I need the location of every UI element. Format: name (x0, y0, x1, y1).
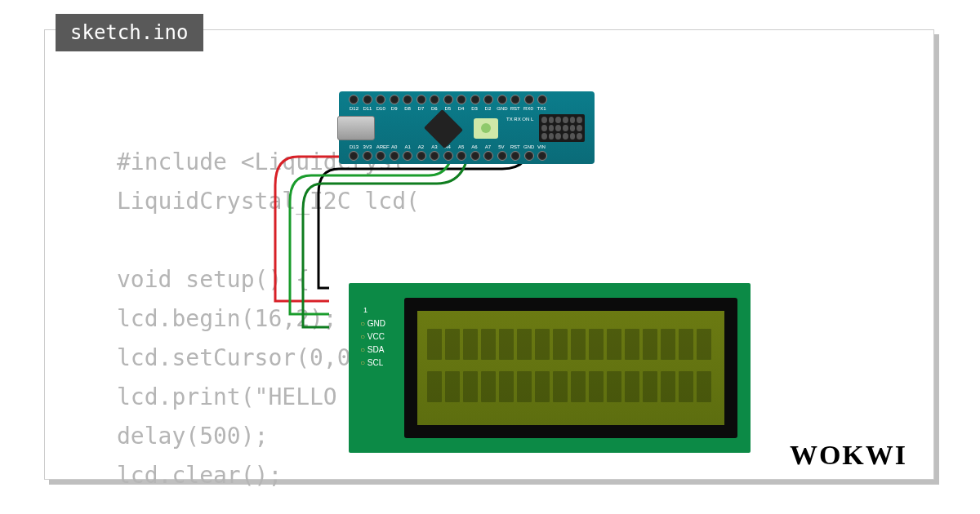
pin-d10[interactable] (376, 95, 385, 104)
pin-a3[interactable] (430, 151, 439, 161)
pin-rx0[interactable] (524, 95, 534, 104)
arduino-nano[interactable]: D12D11D10D9D8D7D6D5D4D3D2GNDRSTRX0TX1 D1… (339, 91, 595, 164)
pin-label: A6 (470, 144, 479, 149)
pin-gnd[interactable] (497, 95, 507, 104)
lcd-pin-labels: GND VCC SDA SCL (360, 317, 385, 370)
lcd-cell (643, 329, 657, 360)
pin-a5[interactable] (457, 151, 466, 161)
pin-label: A3 (430, 144, 439, 149)
pin-label: 3V3 (363, 144, 372, 149)
pin-d2[interactable] (483, 95, 493, 104)
pin-a2[interactable] (416, 151, 426, 161)
pin-label: D12 (350, 106, 359, 111)
lcd-pin-gnd[interactable]: GND (360, 317, 385, 330)
code-line: lcd.clear(); (117, 462, 282, 489)
pin-label: 5V (497, 144, 506, 149)
lcd-cell (463, 329, 478, 360)
lcd-cell (445, 329, 460, 360)
pin-a0[interactable] (390, 151, 399, 161)
lcd-16x2-i2c[interactable]: 1 GND VCC SDA SCL (349, 283, 751, 453)
lcd-pin-sda[interactable]: SDA (360, 343, 385, 357)
lcd-pin-vcc[interactable]: VCC (360, 330, 385, 343)
pin-3v3[interactable] (363, 151, 372, 161)
pin-tx1[interactable] (537, 95, 547, 104)
lcd-cell (571, 329, 586, 360)
lcd-cell (553, 371, 568, 402)
pin-a6[interactable] (470, 151, 480, 161)
project-card: #include <LiquidCryst LiquidCrystal_I2C … (44, 29, 934, 480)
lcd-row-1 (427, 371, 715, 402)
lcd-cell (481, 371, 496, 402)
pin-d6[interactable] (430, 95, 439, 104)
pin-label: A0 (390, 144, 399, 149)
pin-row-top (349, 95, 547, 104)
code-line: lcd.begin(16,2); (117, 305, 337, 332)
board-side-labels: TX RX ON L (506, 116, 533, 122)
pin-aref[interactable] (376, 151, 385, 161)
pin-d5[interactable] (443, 95, 453, 104)
pin-label: RST (510, 144, 519, 149)
lcd-cell (625, 371, 639, 402)
pin-5v[interactable] (497, 151, 507, 161)
pin-d13[interactable] (349, 151, 359, 161)
code-line: void setup() { (117, 266, 310, 293)
lcd-cell (697, 329, 711, 360)
code-line: lcd.setCursor(0,0); (117, 344, 378, 371)
pin-d8[interactable] (403, 95, 412, 104)
pin-label: RX0 (523, 106, 532, 111)
pin-label: D6 (430, 106, 439, 111)
pin-label: RST (510, 106, 519, 111)
pin-label: VIN (537, 144, 546, 149)
pin-vin[interactable] (537, 151, 547, 161)
pin-d12[interactable] (349, 95, 359, 104)
lcd-cell (679, 329, 693, 360)
pin-label: A7 (483, 144, 492, 149)
pin-label: GND (523, 144, 532, 149)
lcd-bezel (404, 298, 737, 438)
pin-d9[interactable] (390, 95, 399, 104)
icsp-header-icon (539, 114, 585, 142)
wokwi-logo: WOKWI (790, 440, 907, 471)
pin-label: D9 (390, 106, 399, 111)
pin-d11[interactable] (363, 95, 372, 104)
lcd-cell (427, 371, 442, 402)
pin-label: GND (497, 106, 506, 111)
pin-d3[interactable] (470, 95, 480, 104)
lcd-cell (517, 371, 532, 402)
lcd-cell (661, 371, 675, 402)
pin-d7[interactable] (416, 95, 426, 104)
lcd-cell (463, 371, 478, 402)
pin-label: A5 (457, 144, 466, 149)
mcu-chip-icon (424, 109, 463, 148)
file-tab[interactable]: sketch.ino (56, 14, 203, 51)
pin-a1[interactable] (403, 151, 412, 161)
pin-label: A1 (403, 144, 412, 149)
lcd-cell (571, 371, 586, 402)
lcd-cell (589, 329, 604, 360)
lcd-cell (679, 371, 693, 402)
pin-row-bottom (349, 151, 547, 161)
pin-rst[interactable] (510, 95, 520, 104)
pin-a4[interactable] (443, 151, 453, 161)
pin-label: TX1 (537, 106, 546, 111)
pin-label: D7 (416, 106, 425, 111)
lcd-row-0 (427, 329, 715, 360)
pin-rst[interactable] (510, 151, 520, 161)
lcd-cell (625, 329, 639, 360)
lcd-cell (517, 329, 532, 360)
pin-gnd[interactable] (524, 151, 534, 161)
lcd-pin-scl[interactable]: SCL (360, 357, 385, 370)
lcd-cell (697, 371, 711, 402)
pin-label: D13 (350, 144, 359, 149)
pin-label: A2 (416, 144, 425, 149)
pin-label: D5 (443, 106, 452, 111)
code-line: LiquidCrystal_I2C lcd( (117, 188, 420, 215)
pin-a7[interactable] (483, 151, 493, 161)
led-block-icon (474, 118, 498, 139)
lcd-cell (481, 329, 496, 360)
lcd-screen (417, 311, 724, 425)
pin-label: D2 (483, 106, 492, 111)
pin-label: D4 (457, 106, 466, 111)
lcd-cell (607, 329, 621, 360)
pin-d4[interactable] (457, 95, 466, 104)
